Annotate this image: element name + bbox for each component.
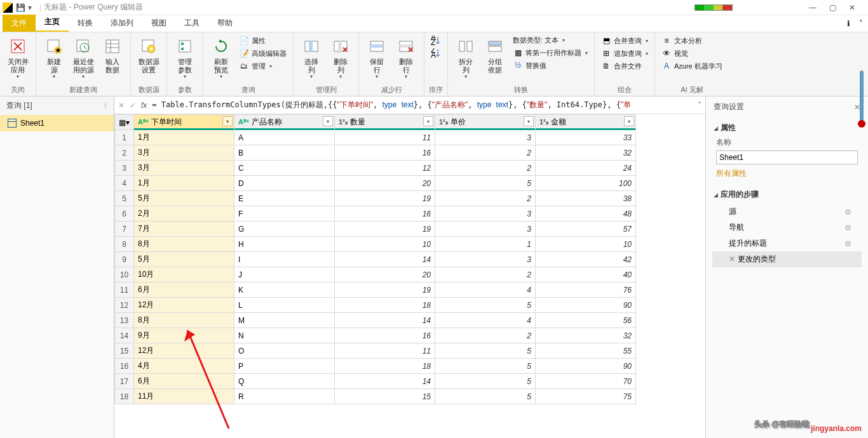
cell-price[interactable]: 5 [435, 359, 536, 374]
cell-product[interactable]: F [234, 206, 335, 222]
cell-product[interactable]: R [234, 389, 335, 404]
formula-cancel[interactable]: ✕ [118, 101, 125, 110]
table-row[interactable]: 7 7月 G 19 3 57 [115, 222, 636, 237]
cell-amount[interactable]: 90 [536, 298, 636, 313]
tab-help[interactable]: 帮助 [208, 15, 241, 32]
data-source-settings-button[interactable]: 数据源设置 [135, 34, 163, 77]
table-row[interactable]: 5 5月 E 19 2 38 [115, 191, 636, 206]
cell-price[interactable]: 5 [435, 389, 536, 404]
cell-price[interactable]: 3 [435, 222, 536, 237]
cell-amount[interactable]: 56 [536, 313, 636, 328]
cell-order-time[interactable]: 6月 [134, 374, 234, 389]
cell-product[interactable]: J [234, 267, 335, 282]
cell-qty[interactable]: 19 [335, 222, 435, 237]
cell-qty[interactable]: 18 [335, 359, 435, 374]
applied-step[interactable]: 提升的标题⚙ [712, 236, 862, 251]
cell-product[interactable]: D [234, 176, 335, 191]
table-row[interactable]: 15 12月 O 11 5 55 [115, 343, 636, 359]
tab-tools[interactable]: 工具 [175, 15, 208, 32]
cell-qty[interactable]: 20 [335, 176, 435, 191]
cell-price[interactable]: 5 [435, 343, 536, 359]
azure-ml-button[interactable]: AAzure 机器学习 [659, 60, 725, 72]
cell-amount[interactable]: 33 [536, 130, 636, 145]
steps-section-header[interactable]: ◢应用的步骤 [712, 187, 862, 202]
formula-expand[interactable]: ˅ [698, 101, 702, 110]
cell-amount[interactable]: 100 [536, 176, 636, 191]
cell-price[interactable]: 5 [435, 374, 536, 389]
cell-price[interactable]: 5 [435, 176, 536, 191]
cell-price[interactable]: 3 [435, 206, 536, 222]
remove-cols-button[interactable]: 删除列▾ [327, 34, 355, 82]
refresh-preview-button[interactable]: 刷新预览▾ [207, 34, 235, 82]
data-grid[interactable]: ▦▾ Aᴮᶜ下单时间▾ Aᴮᶜ产品名称▾ 1²₃数量▾ 1²₃单价▾ 1²₃金额… [114, 114, 705, 438]
cell-order-time[interactable]: 10月 [134, 267, 234, 282]
delete-step-icon[interactable]: ✕ [729, 255, 735, 263]
cell-order-time[interactable]: 8月 [134, 237, 234, 252]
queries-collapse[interactable]: 〈 [100, 100, 107, 111]
cell-price[interactable]: 4 [435, 313, 536, 328]
cell-qty[interactable]: 14 [335, 252, 435, 267]
cell-amount[interactable]: 48 [536, 206, 636, 222]
table-row[interactable]: 11 6月 K 19 4 76 [115, 282, 636, 298]
cell-price[interactable]: 1 [435, 237, 536, 252]
all-props-link[interactable]: 所有属性 [712, 166, 862, 182]
table-row[interactable]: 4 1月 D 20 5 100 [115, 176, 636, 191]
remove-rows-button[interactable]: 删除行▾ [392, 34, 420, 82]
cell-order-time[interactable]: 3月 [134, 145, 234, 161]
cell-order-time[interactable]: 5月 [134, 252, 234, 267]
applied-step[interactable]: 源⚙ [712, 204, 862, 220]
manage-params-button[interactable]: 管理参数▾ [171, 34, 199, 82]
cell-order-time[interactable]: 11月 [134, 389, 234, 404]
gear-icon[interactable]: ⚙ [844, 223, 851, 232]
table-row[interactable]: 16 4月 P 18 5 90 [115, 359, 636, 374]
cell-amount[interactable]: 40 [536, 267, 636, 282]
first-row-header-button[interactable]: ▦将第一行用作标题▾ [510, 47, 590, 58]
cell-price[interactable]: 2 [435, 267, 536, 282]
cell-amount[interactable]: 32 [536, 145, 636, 161]
cell-order-time[interactable]: 4月 [134, 359, 234, 374]
text-analytics-button[interactable]: ≡文本分析 [659, 35, 725, 46]
qat-dropdown[interactable]: ▾ [28, 3, 32, 12]
minimize-button[interactable]: — [809, 3, 817, 12]
cell-order-time[interactable]: 1月 [134, 176, 234, 191]
cell-qty[interactable]: 10 [335, 237, 435, 252]
advanced-editor-button[interactable]: 📝高级编辑器 [236, 48, 289, 59]
cell-amount[interactable]: 76 [536, 282, 636, 298]
cell-price[interactable]: 2 [435, 145, 536, 161]
keep-rows-button[interactable]: 保留行▾ [363, 34, 391, 82]
applied-step[interactable]: ✕更改的类型 [712, 251, 862, 267]
cell-price[interactable]: 2 [435, 161, 536, 176]
table-row[interactable]: 2 3月 B 16 2 32 [115, 145, 636, 161]
cell-product[interactable]: A [234, 130, 335, 145]
table-row[interactable]: 3 3月 C 12 2 24 [115, 161, 636, 176]
cell-price[interactable]: 3 [435, 252, 536, 267]
tab-transform[interactable]: 转换 [69, 15, 102, 32]
cell-price[interactable]: 3 [435, 130, 536, 145]
gear-icon[interactable]: ⚙ [844, 208, 851, 216]
filter-icon[interactable]: ▾ [222, 116, 233, 126]
sort-desc-button[interactable]: ZA [428, 48, 444, 59]
query-item-sheet1[interactable]: Sheet1 [0, 115, 114, 131]
cell-amount[interactable]: 42 [536, 252, 636, 267]
cell-product[interactable]: C [234, 161, 335, 176]
col-order-time[interactable]: Aᴮᶜ下单时间▾ [134, 115, 234, 130]
cell-order-time[interactable]: 1月 [134, 130, 234, 145]
formula-accept[interactable]: ✓ [130, 101, 136, 110]
cell-product[interactable]: H [234, 237, 335, 252]
cell-amount[interactable]: 10 [536, 237, 636, 252]
cell-order-time[interactable]: 7月 [134, 222, 234, 237]
cell-product[interactable]: G [234, 222, 335, 237]
cell-amount[interactable]: 75 [536, 389, 636, 404]
cell-amount[interactable]: 38 [536, 191, 636, 206]
data-type-button[interactable]: 数据类型: 文本▾ [510, 35, 590, 46]
col-amount[interactable]: 1²₃金额▾ [536, 115, 636, 130]
cell-qty[interactable]: 14 [335, 313, 435, 328]
sort-asc-button[interactable]: AZ [428, 35, 444, 46]
replace-values-button[interactable]: ½替换值 [510, 60, 590, 71]
cell-qty[interactable]: 11 [335, 130, 435, 145]
cell-qty[interactable]: 20 [335, 267, 435, 282]
cell-qty[interactable]: 12 [335, 161, 435, 176]
tab-view[interactable]: 视图 [142, 15, 175, 32]
cell-product[interactable]: O [234, 343, 335, 359]
table-row[interactable]: 18 11月 R 15 5 75 [115, 389, 636, 404]
